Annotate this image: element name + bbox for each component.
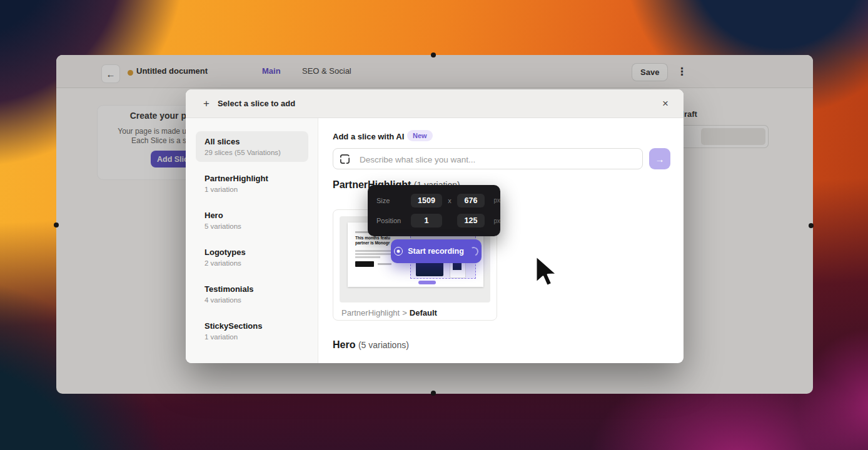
sidebar-item-name: All slices — [204, 137, 300, 146]
mouse-cursor — [535, 255, 561, 291]
size-height-field[interactable]: 676 — [457, 194, 485, 208]
sidebar-item-sub: 4 variations — [204, 296, 300, 304]
size-width-field[interactable]: 1509 — [411, 194, 442, 208]
sidebar-item-hero[interactable]: Hero 5 variations — [196, 205, 308, 236]
size-unit: px — [488, 197, 500, 204]
section-name: Hero — [333, 339, 355, 350]
send-button[interactable]: → — [649, 148, 670, 169]
modal-header: + Select a slice to add × — [186, 89, 684, 118]
sidebar-item-name: Testimonials — [204, 284, 300, 294]
sidebar-item-name: PartnerHighlight — [204, 174, 300, 183]
sidebar-item-all-slices[interactable]: All slices 29 slices (55 Variations) — [196, 131, 308, 162]
plus-icon: + — [203, 98, 209, 110]
sidebar-item-name: Logotypes — [204, 248, 300, 257]
sidebar-item-logotypes[interactable]: Logotypes 2 variations — [196, 242, 308, 272]
mini-paragraph-bar — [355, 256, 380, 258]
mini-paragraph-bar — [355, 250, 395, 252]
mini-paragraph-bar — [355, 253, 393, 255]
caption-variant: Default — [410, 308, 437, 318]
position-y-field[interactable]: 125 — [457, 214, 485, 228]
new-badge: New — [407, 130, 433, 141]
sidebar-item-name: StickySections — [204, 321, 300, 331]
ai-input-wrap — [333, 148, 643, 169]
sidebar-item-sub: 2 variations — [204, 259, 300, 267]
modal-content: Add a slice with AI New → PartnerHighlig… — [318, 118, 684, 363]
section-count: (5 variations) — [358, 340, 409, 350]
recorder-size-row: Size 1509 x 676 px — [376, 192, 500, 209]
start-recording-button[interactable]: Start recording — [391, 239, 482, 263]
position-unit: px — [488, 218, 500, 224]
mini-pill — [418, 281, 436, 284]
slice-sidebar: All slices 29 slices (55 Variations) Par… — [186, 118, 318, 363]
close-icon[interactable]: × — [659, 97, 672, 111]
sidebar-item-testimonials[interactable]: Testimonials 4 variations — [196, 279, 308, 309]
sidebar-item-sub: 29 slices (55 Variations) — [204, 149, 300, 156]
sidebar-item-sub: 5 variations — [204, 222, 300, 230]
slice-ai-icon — [339, 153, 351, 165]
sidebar-item-sub: 1 variation — [204, 186, 300, 193]
capture-handle-top[interactable] — [431, 52, 436, 58]
section-heading-hero: Hero (5 variations) — [333, 339, 409, 351]
capture-handle-left[interactable] — [54, 222, 59, 228]
mini-button — [355, 261, 374, 267]
modal-title: Select a slice to add — [218, 99, 295, 108]
sidebar-item-sub: 1 variation — [204, 333, 300, 341]
position-x-field[interactable]: 1 — [411, 214, 442, 228]
recorder-position-row: Position 1 125 px — [376, 212, 500, 230]
mini-link-bar — [378, 263, 391, 265]
spinner-icon — [468, 245, 480, 257]
ai-section-label: Add a slice with AI — [333, 132, 404, 141]
arrow-right-icon: → — [655, 154, 665, 164]
times-separator: x — [445, 197, 454, 204]
record-icon — [394, 247, 403, 256]
sidebar-item-partnerhighlight[interactable]: PartnerHighlight 1 variation — [196, 168, 308, 199]
caption-path: PartnerHighlight — [341, 308, 400, 318]
capture-handle-bottom[interactable] — [431, 391, 436, 396]
sidebar-item-stickysections[interactable]: StickySections 1 variation — [196, 316, 308, 346]
desktop-wallpaper: ← Untitled document Main SEO & Social Sa… — [0, 0, 868, 450]
ai-prompt-input[interactable] — [358, 149, 636, 169]
position-label: Position — [376, 217, 408, 224]
slice-card-caption: PartnerHighlight>Default — [341, 308, 437, 318]
mini-title: This months featu partner is Monogr — [355, 236, 390, 246]
capture-handle-right[interactable] — [809, 223, 814, 228]
start-recording-label: Start recording — [408, 247, 464, 256]
recorder-dimensions-panel: Size 1509 x 676 px Position 1 125 px — [368, 185, 500, 236]
caption-separator: > — [402, 308, 407, 318]
size-label: Size — [376, 197, 408, 204]
sidebar-item-name: Hero — [204, 211, 300, 220]
